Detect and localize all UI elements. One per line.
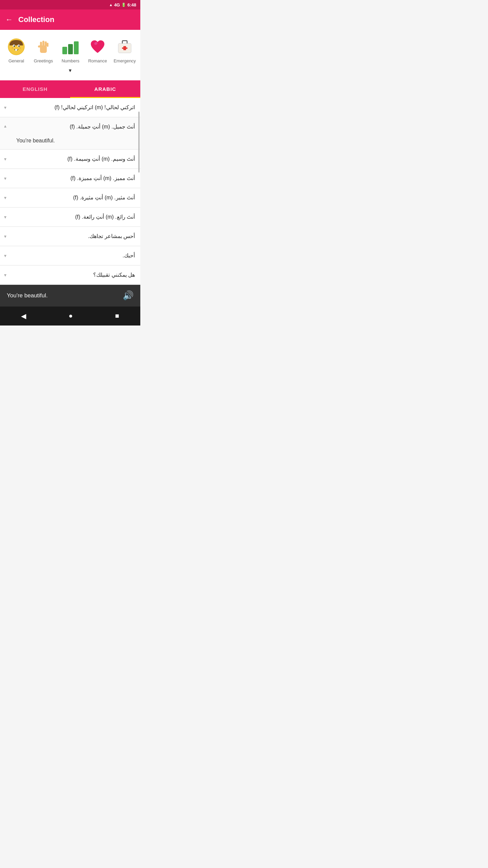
svg-rect-18 bbox=[62, 47, 67, 54]
emergency-label: Emergency bbox=[114, 58, 136, 64]
header: ← Collection bbox=[0, 9, 140, 30]
status-icons: ▲ 4G 🔋 6:48 bbox=[109, 2, 136, 7]
nav-home-button[interactable]: ● bbox=[68, 312, 73, 320]
emergency-icon bbox=[116, 37, 134, 57]
nav-bar: ◀ ● ■ bbox=[0, 307, 140, 326]
phrase-row-4: ▾ أنتَ مميز. (m) أنتِ مميزة. (f) bbox=[0, 169, 140, 188]
phrase-row-3: ▾ أنتَ وسيم. (m) أنتِ وسيمة. (f) bbox=[0, 150, 140, 169]
svg-text:2: 2 bbox=[64, 42, 66, 46]
svg-point-5 bbox=[18, 45, 20, 47]
general-icon bbox=[7, 37, 25, 57]
phrase-arabic-3: أنتَ وسيم. (m) أنتِ وسيمة. (f) bbox=[10, 155, 135, 163]
expand-arrow[interactable]: ▾ bbox=[0, 65, 140, 78]
tabs-bar: ENGLISH ARABIC bbox=[0, 80, 140, 98]
chevron-icon-4: ▾ bbox=[4, 176, 6, 181]
battery-icon: 🔋 bbox=[121, 3, 126, 7]
svg-point-4 bbox=[14, 45, 15, 47]
back-button[interactable]: ← bbox=[5, 15, 13, 24]
phrase-english-2: You're beautiful. bbox=[0, 136, 140, 149]
svg-point-9 bbox=[20, 48, 21, 48]
svg-rect-28 bbox=[122, 47, 127, 49]
svg-point-8 bbox=[19, 47, 20, 48]
phrase-row-9: ▾ هل يمكنني تقبيلك؟ bbox=[0, 265, 140, 285]
page-title: Collection bbox=[18, 15, 54, 24]
phrase-row: ▾ اتركني لحالي! (m) اتركيني لحالي! (f) bbox=[0, 98, 140, 117]
phrase-main-6[interactable]: ▾ أنتَ رائع. (m) أنتِ رائعة. (f) bbox=[0, 208, 140, 226]
playback-text: You're beautiful. bbox=[7, 292, 48, 299]
svg-point-7 bbox=[12, 48, 13, 48]
phrase-arabic-5: أنتَ مثير. (m) أنتِ مثيرة. (f) bbox=[10, 194, 135, 202]
phrase-arabic-6: أنتَ رائع. (m) أنتِ رائعة. (f) bbox=[10, 213, 135, 221]
svg-rect-14 bbox=[42, 41, 44, 46]
chevron-icon-3: ▾ bbox=[4, 156, 6, 162]
time-label: 6:48 bbox=[127, 2, 136, 7]
chevron-icon-8: ▾ bbox=[4, 253, 6, 258]
phrase-arabic-2: أنتَ جميل. (m) أنتِ جميلة. (f) bbox=[10, 123, 135, 131]
greetings-icon bbox=[35, 37, 52, 57]
chevron-icon-7: ▾ bbox=[4, 234, 6, 239]
phrase-arabic-1: اتركني لحالي! (m) اتركيني لحالي! (f) bbox=[10, 103, 135, 112]
category-item-general[interactable]: General bbox=[4, 35, 28, 65]
svg-rect-19 bbox=[68, 44, 73, 54]
chevron-down-icon: ▾ bbox=[69, 67, 72, 74]
phrase-main-3[interactable]: ▾ أنتَ وسيم. (m) أنتِ وسيمة. (f) bbox=[0, 150, 140, 169]
category-item-numbers[interactable]: 2 1 3 Numbers bbox=[58, 35, 83, 65]
category-section: General bbox=[0, 30, 140, 80]
greetings-label: Greetings bbox=[34, 58, 53, 64]
svg-rect-20 bbox=[74, 41, 79, 54]
svg-rect-15 bbox=[45, 41, 47, 46]
svg-point-6 bbox=[13, 47, 13, 48]
phrase-main-9[interactable]: ▾ هل يمكنني تقبيلك؟ bbox=[0, 265, 140, 284]
category-scroll: General bbox=[0, 35, 140, 65]
numbers-icon: 2 1 3 bbox=[62, 37, 79, 57]
general-label: General bbox=[8, 58, 24, 64]
network-icon: ▲ bbox=[109, 3, 113, 7]
chevron-icon-5: ▾ bbox=[4, 195, 6, 200]
category-item-emergency[interactable]: Emergency bbox=[113, 35, 137, 65]
romance-label: Romance bbox=[88, 58, 107, 64]
romance-icon bbox=[89, 37, 106, 57]
category-item-health[interactable]: Health bbox=[140, 35, 140, 65]
phrase-arabic-4: أنتَ مميز. (m) أنتِ مميزة. (f) bbox=[10, 174, 135, 182]
phrase-arabic-7: أحس بمشاعر تجاهك. bbox=[10, 232, 135, 240]
chevron-icon-9: ▾ bbox=[4, 272, 6, 278]
chevron-icon-2: ▾ bbox=[4, 124, 6, 130]
numbers-label: Numbers bbox=[62, 58, 80, 64]
phrase-row-7: ▾ أحس بمشاعر تجاهك. bbox=[0, 227, 140, 246]
category-item-romance[interactable]: Romance bbox=[85, 35, 110, 65]
category-item-greetings[interactable]: Greetings bbox=[31, 35, 56, 65]
phrase-list-wrapper: ▾ اتركني لحالي! (m) اتركيني لحالي! (f) ▾… bbox=[0, 98, 140, 285]
phrase-main-8[interactable]: ▾ أحبك. bbox=[0, 246, 140, 265]
nav-back-button[interactable]: ◀ bbox=[21, 312, 26, 320]
phrase-row-6: ▾ أنتَ رائع. (m) أنتِ رائعة. (f) bbox=[0, 208, 140, 227]
phrase-row-8: ▾ أحبك. bbox=[0, 246, 140, 265]
svg-text:3: 3 bbox=[75, 38, 77, 41]
phrase-arabic-9: هل يمكنني تقبيلك؟ bbox=[10, 271, 135, 279]
playback-bar: You're beautiful. 🔊 bbox=[0, 285, 140, 307]
chevron-icon-6: ▾ bbox=[4, 214, 6, 220]
svg-rect-16 bbox=[47, 43, 48, 47]
phrase-list: ▾ اتركني لحالي! (m) اتركيني لحالي! (f) ▾… bbox=[0, 98, 140, 285]
chevron-icon-1: ▾ bbox=[4, 105, 6, 110]
phrase-main-4[interactable]: ▾ أنتَ مميز. (m) أنتِ مميزة. (f) bbox=[0, 169, 140, 188]
phrase-main-1[interactable]: ▾ اتركني لحالي! (m) اتركيني لحالي! (f) bbox=[0, 98, 140, 117]
speaker-icon[interactable]: 🔊 bbox=[123, 290, 134, 301]
phrase-row-5: ▾ أنتَ مثير. (m) أنتِ مثيرة. (f) bbox=[0, 188, 140, 208]
phrase-row-expanded: ▾ أنتَ جميل. (m) أنتِ جميلة. (f) You're … bbox=[0, 117, 140, 150]
phrase-main-5[interactable]: ▾ أنتَ مثير. (m) أنتِ مثيرة. (f) bbox=[0, 188, 140, 207]
network-label: 4G bbox=[114, 2, 120, 7]
phrase-main-2[interactable]: ▾ أنتَ جميل. (m) أنتِ جميلة. (f) bbox=[0, 117, 140, 136]
tab-arabic[interactable]: ARABIC bbox=[70, 80, 140, 98]
nav-recents-button[interactable]: ■ bbox=[115, 312, 119, 320]
svg-text:1: 1 bbox=[69, 40, 72, 43]
phrase-arabic-8: أحبك. bbox=[10, 252, 135, 260]
scroll-indicator bbox=[138, 112, 140, 173]
status-bar: ▲ 4G 🔋 6:48 bbox=[0, 0, 140, 9]
phrase-main-7[interactable]: ▾ أحس بمشاعر تجاهك. bbox=[0, 227, 140, 246]
tab-english[interactable]: ENGLISH bbox=[0, 80, 70, 98]
